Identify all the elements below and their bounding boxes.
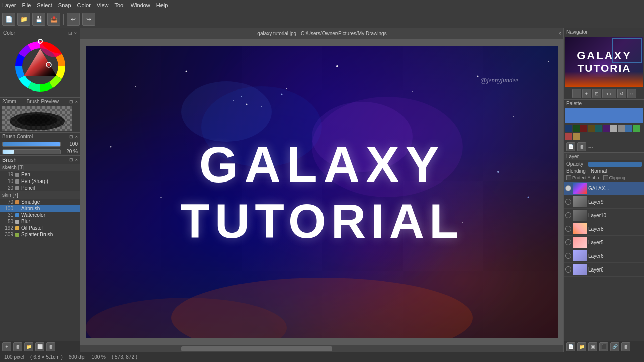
layer-visibility-layer9[interactable] <box>565 199 571 205</box>
menu-help[interactable]: Help <box>156 2 168 8</box>
palette-color-2[interactable] <box>573 125 580 132</box>
palette-color-8[interactable] <box>618 125 625 132</box>
palette-color-3[interactable] <box>580 125 587 132</box>
nav-zoom-out-button[interactable]: - <box>572 89 581 98</box>
brush-trash-button[interactable]: 🗑 <box>46 342 55 351</box>
brush-control-expand[interactable]: ⊡ <box>69 134 73 139</box>
menu-color[interactable]: Color <box>77 2 91 8</box>
clipping-checkbox[interactable] <box>603 175 608 180</box>
new-button[interactable]: 📄 <box>2 13 15 26</box>
layer-footer-btn5[interactable]: 🔗 <box>610 342 619 351</box>
undo-button[interactable]: ↩ <box>67 13 80 26</box>
brush-item-airbrush[interactable]: 100 Airbrush <box>0 205 80 212</box>
brush-item-smudge[interactable]: 70 Smudge <box>0 199 80 205</box>
menu-file[interactable]: File <box>22 2 31 8</box>
color-wheel-svg[interactable] <box>13 39 68 94</box>
brush-panel-close[interactable]: × <box>75 157 78 162</box>
layer-row-layer8[interactable]: Layer8 <box>564 222 644 236</box>
layer-protect-alpha[interactable]: Protect Alpha <box>566 175 599 180</box>
menu-view[interactable]: View <box>97 2 109 8</box>
palette-color-10[interactable] <box>633 125 640 132</box>
nav-zoom-in-button[interactable]: + <box>582 89 591 98</box>
layer-visibility-layer6b[interactable] <box>565 266 571 273</box>
redo-button[interactable]: ↪ <box>82 13 95 26</box>
brush-add-button[interactable]: + <box>2 342 11 351</box>
menu-select[interactable]: Select <box>37 2 52 8</box>
palette-color-6[interactable] <box>603 125 610 132</box>
layer-visibility-layer6a[interactable] <box>565 253 571 259</box>
brush-preview-close[interactable]: × <box>75 99 78 104</box>
brush-size-slider[interactable] <box>2 142 61 147</box>
layer-row-layer5[interactable]: Layer5 <box>564 236 644 249</box>
layer-footer-btn2[interactable]: 📁 <box>577 342 586 351</box>
brush-item-watercolor[interactable]: 31 Watercolor <box>0 212 80 218</box>
brush-preview-expand[interactable]: ⊡ <box>69 99 73 104</box>
palette-color-4[interactable] <box>588 125 595 132</box>
brush-control-close[interactable]: × <box>75 134 78 139</box>
palette-swatch-large[interactable] <box>565 108 643 123</box>
brush-category-sketch: sketch [3] <box>0 164 80 171</box>
layer-thumb-layer8 <box>573 223 587 234</box>
color-wheel[interactable] <box>13 39 68 94</box>
brush-item-oil-pastel[interactable]: 192 Oil Pastel <box>0 225 80 231</box>
protect-alpha-checkbox[interactable] <box>566 175 571 180</box>
palette-color-1[interactable] <box>565 125 572 132</box>
brush-item-splatter[interactable]: 309 Splatter Brush <box>0 231 80 238</box>
layer-footer-btn3[interactable]: ▣ <box>588 342 597 351</box>
brush-delete-button[interactable]: 🗑 <box>13 342 22 351</box>
status-dimensions: ( 6.8 × 5.1cm ) <box>30 354 63 360</box>
brush-item-pen[interactable]: 19 Pen <box>0 171 80 178</box>
layer-visibility-layer5[interactable] <box>565 239 571 245</box>
canvas-wrapper[interactable]: GALAXY TUTORIAL @jennyjundee <box>80 39 564 345</box>
open-button[interactable]: 📁 <box>17 13 30 26</box>
canvas-area: galaxy tutorial.jpg - C:/Users/Owner/Pic… <box>80 28 564 352</box>
layer-row-layer6a[interactable]: Layer6 <box>564 249 644 263</box>
save-button[interactable]: 💾 <box>32 13 45 26</box>
palette-color-11[interactable] <box>565 133 572 140</box>
canvas-scrollbar-thumb[interactable] <box>181 346 332 351</box>
brush-opacity-slider[interactable] <box>2 149 61 154</box>
brush-item-pen-sharp[interactable]: 10 Pen (Sharp) <box>0 178 80 185</box>
brush-item-pencil[interactable]: 20 Pencil <box>0 185 80 191</box>
nav-mirror-button[interactable]: ↔ <box>627 89 636 98</box>
layer-visibility-layer8[interactable] <box>565 226 571 232</box>
brush-folder-button[interactable]: 📁 <box>24 342 33 351</box>
palette-color-7[interactable] <box>610 125 617 132</box>
layer-row-layer9[interactable]: Layer9 <box>564 195 644 209</box>
palette-color-9[interactable] <box>625 125 632 132</box>
menu-snap[interactable]: Snap <box>58 2 71 8</box>
palette-color-5[interactable] <box>595 125 602 132</box>
canvas-tab-close[interactable]: × <box>558 31 561 36</box>
color-panel-close[interactable]: × <box>74 31 77 36</box>
navigator-preview[interactable]: GALAXY TUTORIA <box>565 37 643 87</box>
nav-actual-button[interactable]: 1:1 <box>602 89 616 98</box>
layer-delete-button[interactable]: 🗑 <box>577 142 586 151</box>
layer-row-layer10[interactable]: Layer10 <box>564 209 644 222</box>
nav-rotate-button[interactable]: ↺ <box>617 89 626 98</box>
canvas-scrollbar[interactable] <box>80 345 564 352</box>
layer-footer-btn6[interactable]: 🗑 <box>621 342 630 351</box>
brush-square-button[interactable]: ⬜ <box>35 342 44 351</box>
layer-row-layer6b[interactable]: Layer6 <box>564 263 644 277</box>
color-panel-expand[interactable]: ⊡ <box>68 31 72 36</box>
canvas-image[interactable]: GALAXY TUTORIAL @jennyjundee <box>86 46 558 338</box>
brush-item-blur[interactable]: 50 Blur <box>0 218 80 225</box>
menu-layer[interactable]: Layer <box>2 2 16 8</box>
layer-new-button[interactable]: 📄 <box>566 142 575 151</box>
menu-window[interactable]: Window <box>131 2 150 8</box>
color-wheel-container[interactable] <box>1 37 79 96</box>
layer-footer-btn1[interactable]: 📄 <box>566 342 575 351</box>
layer-row-galax[interactable]: GALAX... <box>564 182 644 195</box>
layer-visibility-layer10[interactable] <box>565 212 571 218</box>
layer-visibility-galax[interactable] <box>565 185 571 191</box>
export-button[interactable]: 📤 <box>47 13 60 26</box>
menu-tool[interactable]: Tool <box>115 2 125 8</box>
palette-color-12[interactable] <box>573 133 580 140</box>
status-coords: ( 573, 872 ) <box>112 354 137 360</box>
nav-fit-button[interactable]: ⊡ <box>592 89 601 98</box>
brush-panel-expand[interactable]: ⊡ <box>69 157 73 162</box>
layer-thumb-layer6b <box>573 264 587 275</box>
layer-opacity-slider[interactable] <box>588 162 642 167</box>
layer-clipping[interactable]: Clipping <box>603 175 626 180</box>
layer-footer-btn4[interactable]: ⬛ <box>599 342 608 351</box>
